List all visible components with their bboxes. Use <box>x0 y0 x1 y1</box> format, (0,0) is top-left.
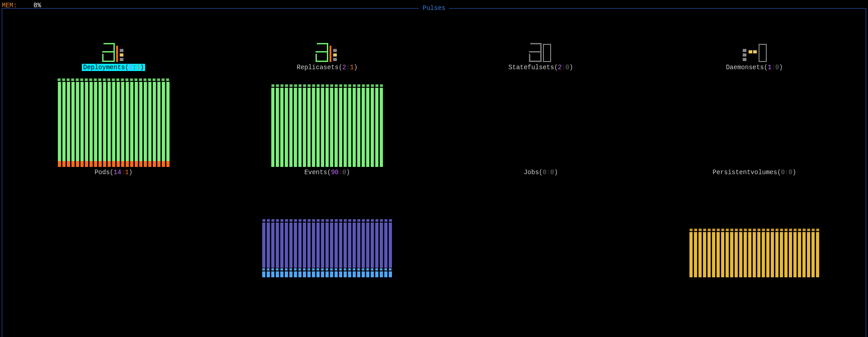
bar: ⯀ ⯀ <box>335 219 338 270</box>
chart-jobs[interactable]: Jobs(0:0) <box>434 76 648 176</box>
bar: ⯀ <box>344 84 347 167</box>
chart-label: Jobs(0:0) <box>524 169 558 176</box>
bar: ⯀ ⯀ <box>375 219 378 270</box>
summary-deployments[interactable]: ⯀ ⯀ ⯀ Deployments(2:1) <box>7 26 221 71</box>
bar: ⯀ ⯀ <box>357 219 360 270</box>
bar: ⯀ ⯀ <box>262 219 265 270</box>
bar: ⯀ ⯀ <box>384 219 387 270</box>
digit-icon: ⯀ ⯀ ⯀ <box>104 42 124 62</box>
bar: ⯀ <box>276 84 279 167</box>
bar: ⯀ ⯀ <box>289 219 292 270</box>
digit-icon <box>530 42 551 62</box>
summary-replicasets[interactable]: ⯀ ⯀ ⯀ Replicasets(2:1) <box>221 26 434 71</box>
bar: ⯀ ⯀ <box>285 219 288 270</box>
bar: ⯀ <box>62 78 66 167</box>
bar: ⯀ ⯀ <box>339 219 342 270</box>
summary-row: ⯀ ⯀ ⯀ Deployments(2:1) ⯀ ⯀ ⯀ Replicasets… <box>7 26 694 71</box>
bar: ⯀ ⯀ <box>321 219 324 270</box>
bar: ⯀ ⯀ <box>267 219 270 270</box>
bar: ⯀ <box>326 84 329 167</box>
bar: ⯀ <box>348 84 351 167</box>
chart-row3-1: ⯀ ⯀ ⯀ ⯀ ⯀ ⯀ ⯀ ⯀ ⯀ ⯀ <box>221 178 434 270</box>
bar: ⯀ <box>112 78 115 167</box>
bar: ⯀ ⯀ <box>316 219 320 270</box>
bar-chart: ⯀ ⯀ ⯀ ⯀ ⯀ ⯀ <box>221 81 434 167</box>
bar: ⯀ ⯀ <box>294 219 297 270</box>
bar: ⯀ <box>58 78 61 167</box>
bar: ⯀ ⯀ <box>344 219 347 270</box>
bar: ⯀ <box>321 84 324 167</box>
bar: ⯀ <box>166 78 170 167</box>
chart-persistentvolumes[interactable]: Persistentvolumes(0:0) <box>648 76 695 176</box>
bar: ⯀ <box>135 78 138 167</box>
bar: ⯀ ⯀ <box>326 219 329 270</box>
bar: ⯀ <box>76 78 79 167</box>
bar: ⯀ <box>144 78 147 167</box>
bar: ⯀ <box>126 78 129 167</box>
bar: ⯀ <box>94 78 97 167</box>
bar: ⯀ <box>307 84 311 167</box>
bar: ⯀ ⯀ <box>348 219 351 270</box>
digit-icon: ⯀ ⯀ ⯀ <box>317 42 337 62</box>
bar: ⯀ <box>362 84 365 167</box>
bar: ⯀ <box>162 78 165 167</box>
bar-chart-empty <box>434 81 648 167</box>
charts-row: ⯀ ⯀ ⯀ ⯀ ⯀ ⯀ <box>7 76 694 176</box>
bar: ⯀ ⯀ <box>362 219 365 270</box>
pulses-panel: Pulses ⯀ ⯀ ⯀ Deployments(2:1) ⯀ ⯀ ⯀ Repl… <box>2 8 694 270</box>
bar: ⯀ ⯀ <box>380 219 383 270</box>
chart-row3-3: ⯀ ⯀ ⯀ ⯀ ⯀ <box>648 178 695 270</box>
chart-row3-0 <box>7 178 221 270</box>
bar: ⯀ ⯀ <box>312 219 315 270</box>
bar: ⯀ <box>80 78 84 167</box>
bar: ⯀ <box>375 84 378 167</box>
bar: ⯀ <box>108 78 111 167</box>
bar: ⯀ ⯀ <box>271 219 274 270</box>
bar: ⯀ <box>121 78 124 167</box>
chart-label: Events(90:0) <box>304 169 350 176</box>
bar: ⯀ <box>285 84 288 167</box>
bar: ⯀ <box>130 78 133 167</box>
summary-label: Statefulsets(2:0) <box>509 64 573 71</box>
bar: ⯀ ⯀ <box>307 219 311 270</box>
panel-title: Pulses <box>419 5 449 12</box>
bar-chart: ⯀ ⯀ ⯀ ⯀ ⯀ ⯀ <box>7 81 221 167</box>
chart-label: Pods(14:1) <box>94 169 132 176</box>
chart-pods[interactable]: ⯀ ⯀ ⯀ ⯀ ⯀ ⯀ <box>7 76 221 176</box>
bar: ⯀ <box>85 78 88 167</box>
bar: ⯀ <box>689 228 693 270</box>
bar: ⯀ <box>153 78 156 167</box>
bar: ⯀ <box>117 78 120 167</box>
bar: ⯀ <box>298 84 302 167</box>
bar: ⯀ <box>148 78 151 167</box>
bar: ⯀ ⯀ <box>371 219 374 270</box>
summary-daemonsets[interactable]: ⯀ ⯀ ⯀ ⯀⯀ Daemonsets(1:0) <box>648 26 695 71</box>
bar: ⯀ <box>99 78 102 167</box>
bar-chart-empty <box>648 81 695 167</box>
bar-chart: ⯀ ⯀ ⯀ ⯀ ⯀ <box>648 228 695 270</box>
bar: ⯀ ⯀ <box>303 219 306 270</box>
bar: ⯀ <box>67 78 70 167</box>
bar: ⯀ <box>357 84 360 167</box>
summary-label: Replicasets(2:1) <box>297 64 358 71</box>
bar: ⯀ <box>330 84 333 167</box>
bar: ⯀ ⯀ <box>353 219 356 270</box>
bar: ⯀ <box>271 84 274 167</box>
bar: ⯀ <box>335 84 338 167</box>
summary-label: Deployments(2:1) <box>82 64 145 71</box>
bar: ⯀ <box>316 84 320 167</box>
bar: ⯀ ⯀ <box>280 219 283 270</box>
bar: ⯀ <box>380 84 383 167</box>
bar: ⯀ <box>71 78 75 167</box>
bar: ⯀ <box>289 84 292 167</box>
bar: ⯀ <box>139 78 142 167</box>
bar: ⯀ <box>371 84 374 167</box>
bar: ⯀ ⯀ <box>389 219 392 270</box>
bar: ⯀ <box>353 84 356 167</box>
chart-events[interactable]: ⯀ ⯀ ⯀ ⯀ ⯀ ⯀ <box>221 76 434 176</box>
summary-statefulsets[interactable]: Statefulsets(2:0) <box>434 26 648 71</box>
bar: ⯀ <box>339 84 342 167</box>
bar: ⯀ <box>694 228 694 270</box>
bar: ⯀ ⯀ <box>330 219 333 270</box>
chart-row3-2 <box>434 178 648 270</box>
